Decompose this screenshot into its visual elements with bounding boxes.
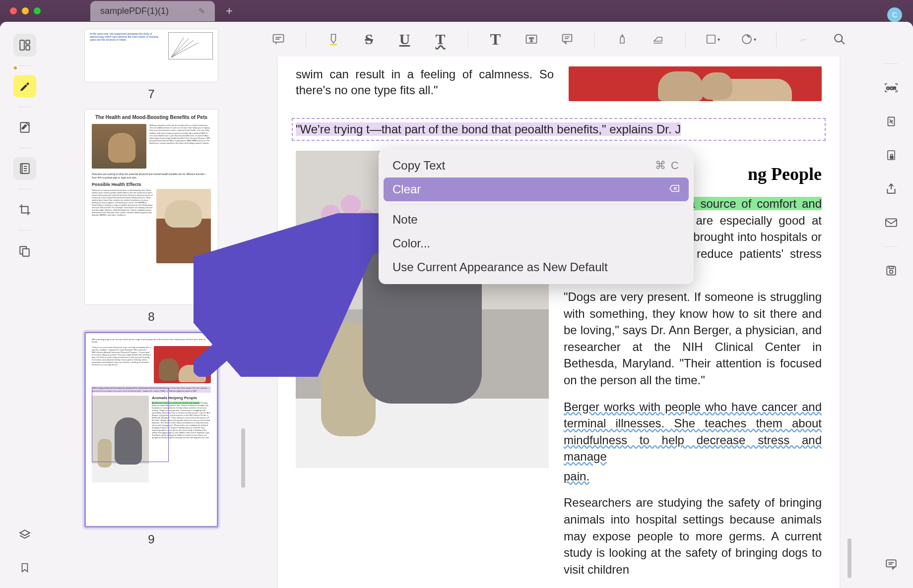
svg-rect-1 <box>26 40 30 44</box>
textbox-icon[interactable]: T <box>523 31 540 48</box>
menu-divider <box>389 204 684 205</box>
page-number: 7 <box>84 87 218 101</box>
svg-rect-34 <box>886 560 896 567</box>
scrollbar-thumb[interactable] <box>848 538 851 578</box>
separator <box>306 31 306 48</box>
svg-rect-33 <box>889 266 894 268</box>
document-viewport[interactable]: swim can result in a feeling of calmness… <box>248 57 869 588</box>
svg-rect-0 <box>20 40 24 50</box>
lock-icon[interactable] <box>881 145 901 165</box>
share-icon[interactable] <box>881 179 901 199</box>
annotate-icon[interactable] <box>13 116 36 139</box>
svg-point-32 <box>890 270 893 274</box>
signature-icon[interactable] <box>795 31 812 48</box>
divider <box>18 189 31 189</box>
rotate-icon[interactable] <box>881 112 901 131</box>
document-tab[interactable]: samplePDF(1)(1) ✎ <box>90 1 215 21</box>
dogs-image <box>569 66 822 101</box>
svg-rect-10 <box>23 249 29 256</box>
dot-indicator <box>14 66 17 69</box>
eraser-icon[interactable] <box>650 31 666 48</box>
underline-icon[interactable]: U <box>396 31 413 48</box>
menu-color[interactable]: Color... <box>384 232 689 255</box>
search-icon[interactable] <box>831 31 848 48</box>
thumbnail-panel[interactable]: At the same time, this experiment pionee… <box>50 22 248 588</box>
save-icon[interactable] <box>881 261 901 281</box>
thumbnail-page-8[interactable]: The Health and Mood-Boosting Benefits of… <box>84 109 218 324</box>
svg-point-24 <box>835 34 842 42</box>
page-number: 8 <box>84 310 218 324</box>
chat-icon[interactable] <box>881 554 901 574</box>
context-menu: Copy Text ⌘ C Clear Note Color... Use Cu… <box>379 149 694 284</box>
separator <box>468 31 468 48</box>
divider <box>18 107 31 107</box>
highlight-tool-icon[interactable] <box>325 31 342 48</box>
ocr-icon[interactable]: OCR <box>881 78 901 98</box>
separator <box>594 31 595 48</box>
svg-rect-22 <box>707 35 716 44</box>
delete-icon <box>669 184 680 195</box>
right-rail: OCR <box>869 22 913 588</box>
app-body: At the same time, this experiment pionee… <box>0 22 913 588</box>
divider <box>18 65 31 66</box>
toolbar: S U T T T ▾ ▾ <box>248 22 869 57</box>
callout-icon[interactable] <box>559 31 576 48</box>
divider <box>18 148 31 148</box>
separator <box>685 31 686 48</box>
pen-icon[interactable] <box>614 31 631 48</box>
scrollbar-thumb[interactable] <box>241 428 245 488</box>
window-controls <box>10 7 41 14</box>
pencil-icon[interactable]: ✎ <box>198 6 205 16</box>
svg-rect-30 <box>886 219 897 226</box>
add-tab-button[interactable]: + <box>226 4 233 18</box>
menu-note[interactable]: Note <box>384 208 689 232</box>
divider <box>885 63 898 64</box>
svg-text:T: T <box>529 36 533 43</box>
svg-rect-11 <box>273 35 283 42</box>
thumbnails-icon[interactable] <box>13 34 36 57</box>
svg-rect-17 <box>562 35 572 42</box>
highlighter-icon[interactable] <box>13 75 36 98</box>
maximize-window-button[interactable] <box>34 7 41 14</box>
svg-rect-29 <box>890 156 893 159</box>
minimize-window-button[interactable] <box>22 7 29 14</box>
menu-clear[interactable]: Clear <box>384 177 689 201</box>
compare-icon[interactable] <box>13 239 36 262</box>
menu-copy-text[interactable]: Copy Text ⌘ C <box>384 154 689 177</box>
svg-line-25 <box>841 41 845 44</box>
outline-icon[interactable] <box>13 157 36 180</box>
close-window-button[interactable] <box>10 7 17 14</box>
body-text: swim can result in a feeling of calmness… <box>296 66 554 101</box>
tab-title: samplePDF(1)(1) <box>100 6 169 16</box>
main-area: S U T T T ▾ ▾ swim can result in a feeli… <box>248 22 869 588</box>
comment-icon[interactable] <box>270 31 287 48</box>
svg-rect-2 <box>26 46 30 50</box>
divider <box>885 246 898 247</box>
strikethrough-icon[interactable]: S <box>361 31 378 48</box>
bookmark-icon[interactable] <box>13 556 36 579</box>
squiggly-icon[interactable]: T <box>432 31 449 48</box>
thumbnail-page-7[interactable]: At the same time, this experiment pionee… <box>84 29 218 101</box>
text-tool-icon[interactable]: T <box>487 31 504 48</box>
mail-icon[interactable] <box>881 213 901 233</box>
layers-icon[interactable] <box>13 524 36 546</box>
document-page: swim can result in a feeling of calmness… <box>278 57 840 588</box>
left-rail <box>0 22 50 588</box>
separator <box>776 31 777 48</box>
stamp-tool-icon[interactable]: ▾ <box>740 31 757 48</box>
svg-text:OCR: OCR <box>886 86 897 91</box>
crop-icon[interactable] <box>13 198 36 221</box>
avatar[interactable]: C <box>887 7 902 22</box>
titlebar: samplePDF(1)(1) ✎ + C <box>0 0 913 22</box>
shortcut-label: ⌘ C <box>655 159 680 172</box>
shape-tool-icon[interactable]: ▾ <box>705 31 721 48</box>
divider <box>18 230 31 231</box>
menu-use-default[interactable]: Use Current Appearance as New Default <box>384 255 689 279</box>
thumbnail-page-9[interactable]: NIH is funding large-scale surveys to fi… <box>84 332 218 546</box>
highlighted-selection[interactable]: "We're trying t—that part of the bond th… <box>296 121 822 138</box>
page-number: 9 <box>84 532 218 546</box>
